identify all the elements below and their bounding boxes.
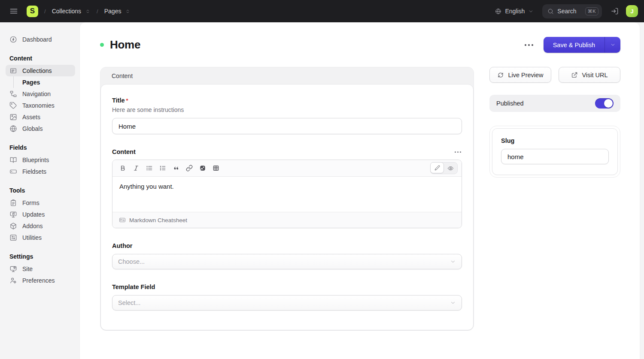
template-select-placeholder: Select...	[118, 299, 140, 306]
table-icon	[213, 165, 219, 172]
sidebar-item-preferences[interactable]: Preferences	[6, 275, 75, 286]
ordered-list-button[interactable]	[156, 163, 169, 174]
sliders-icon	[9, 234, 17, 241]
bold-button[interactable]	[116, 163, 129, 174]
sidebar-item-label: Globals	[22, 125, 43, 132]
blockquote-button[interactable]	[170, 163, 182, 174]
statamic-logo[interactable]: S	[27, 6, 38, 17]
visit-site-button[interactable]	[609, 5, 621, 17]
sidebar-item-globals[interactable]: Globals	[6, 123, 75, 134]
sidebar-item-updates[interactable]: Updates	[6, 208, 75, 220]
eye-icon	[447, 165, 454, 172]
sidebar-item-site[interactable]: Site	[6, 263, 75, 275]
visit-url-button[interactable]: Visit URL	[559, 67, 620, 83]
pencil-icon	[434, 165, 440, 171]
sidebar-item-taxonomies[interactable]: Taxonomies	[6, 100, 75, 111]
italic-icon	[133, 165, 140, 172]
sidebar-item-assets[interactable]: Assets	[6, 111, 75, 123]
author-field: Author Choose...	[112, 242, 462, 269]
template-field-label: Template Field	[112, 284, 155, 290]
sidebar-item-collections[interactable]: Collections	[6, 65, 75, 76]
title-field-instructions: Here are some instructions	[112, 106, 462, 113]
sidebar-heading-tools: Tools	[9, 187, 75, 194]
sidebar-item-label: Pages	[22, 79, 40, 86]
image-icon	[9, 113, 17, 121]
sidebar-item-utilities[interactable]: Utilities	[6, 232, 75, 243]
collections-switcher-button[interactable]	[85, 9, 91, 14]
content-panel: Content Title * Here are some instructio…	[100, 67, 474, 331]
slug-input[interactable]	[501, 149, 609, 164]
insert-table-button[interactable]	[210, 163, 222, 174]
sidebar-item-label: Navigation	[22, 91, 51, 97]
italic-button[interactable]	[130, 163, 142, 174]
author-select-placeholder: Choose...	[118, 258, 145, 265]
sidebar-item-pages[interactable]: Pages	[6, 76, 75, 88]
breadcrumb-separator: /	[97, 8, 98, 15]
main-content: Home Save & Publish Content Title *	[80, 22, 640, 359]
sidebar-heading-content: Content	[9, 55, 75, 62]
more-options-button[interactable]	[523, 41, 535, 49]
breadcrumb-separator: /	[44, 8, 46, 15]
markdown-cheatsheet-link[interactable]: Markdown Cheatsheet	[129, 217, 187, 223]
insert-image-button[interactable]	[196, 163, 209, 174]
save-options-caret-button[interactable]	[605, 37, 620, 53]
live-preview-button[interactable]: Live Preview	[489, 67, 551, 83]
search-label: Search	[557, 8, 576, 15]
page-title: Home	[110, 38, 140, 51]
sidebar-item-fieldsets[interactable]: Fieldsets	[6, 166, 75, 177]
required-asterisk: *	[126, 97, 128, 104]
blockquote-icon	[173, 165, 179, 172]
markdown-icon	[119, 217, 126, 223]
sidebar-item-dashboard[interactable]: Dashboard	[6, 33, 75, 45]
slug-label: Slug	[501, 137, 514, 144]
sidebar-item-label: Site	[22, 265, 33, 272]
editor-toolbar	[112, 160, 462, 177]
monitor-refresh-icon	[9, 211, 17, 218]
sidebar-item-blueprints[interactable]: Blueprints	[6, 154, 75, 166]
search-button[interactable]: Search ⌘K	[542, 4, 602, 18]
sidebar-item-forms[interactable]: Forms	[6, 197, 75, 208]
save-publish-split-button: Save & Publish	[544, 37, 620, 53]
slug-card: Slug	[492, 128, 618, 175]
save-publish-button[interactable]: Save & Publish	[544, 37, 605, 53]
image-photo-icon	[199, 165, 206, 172]
external-link-icon	[571, 72, 578, 78]
author-select[interactable]: Choose...	[112, 254, 462, 269]
user-gear-icon	[9, 277, 17, 284]
breadcrumb-pages[interactable]: Pages	[104, 8, 122, 15]
hamburger-menu-button[interactable]	[7, 4, 21, 18]
template-select[interactable]: Select...	[112, 295, 462, 311]
breadcrumb-collections[interactable]: Collections	[52, 8, 81, 15]
up-down-chevrons-icon	[85, 9, 91, 14]
published-status-dot	[100, 43, 104, 47]
unordered-list-button[interactable]	[143, 163, 155, 174]
chevron-down-icon	[450, 259, 456, 265]
open-book-icon	[9, 156, 17, 164]
published-toggle[interactable]	[595, 98, 614, 109]
unordered-list-icon	[146, 165, 153, 172]
sidebar-item-navigation[interactable]: Navigation	[6, 88, 75, 100]
pages-switcher-button[interactable]	[125, 9, 131, 14]
content-panel-header: Content	[100, 67, 474, 84]
package-box-icon	[9, 222, 17, 230]
sidebar-item-addons[interactable]: Addons	[6, 220, 75, 232]
content-field-options-button[interactable]	[454, 149, 462, 155]
language-selector[interactable]: English	[495, 8, 534, 15]
author-field-label: Author	[112, 242, 133, 249]
title-field-label: Title	[112, 97, 125, 104]
sidebar-item-label: Addons	[22, 223, 43, 229]
sidebar-item-label: Dashboard	[22, 36, 52, 43]
insert-link-button[interactable]	[183, 163, 195, 174]
template-field: Template Field Select...	[112, 284, 462, 311]
globe-icon	[9, 125, 17, 133]
title-input[interactable]	[112, 118, 462, 134]
clipboard-icon	[9, 199, 17, 207]
preview-mode-button[interactable]	[444, 163, 457, 174]
write-mode-button[interactable]	[430, 162, 444, 173]
title-field: Title * Here are some instructions	[112, 97, 462, 134]
input-field-icon	[9, 168, 17, 175]
sidebar: Dashboard Content Collections Pages Navi…	[0, 22, 80, 359]
chevron-down-icon	[450, 300, 456, 306]
markdown-textarea[interactable]: Anything you want.	[112, 177, 462, 212]
user-avatar[interactable]: J	[626, 5, 638, 17]
